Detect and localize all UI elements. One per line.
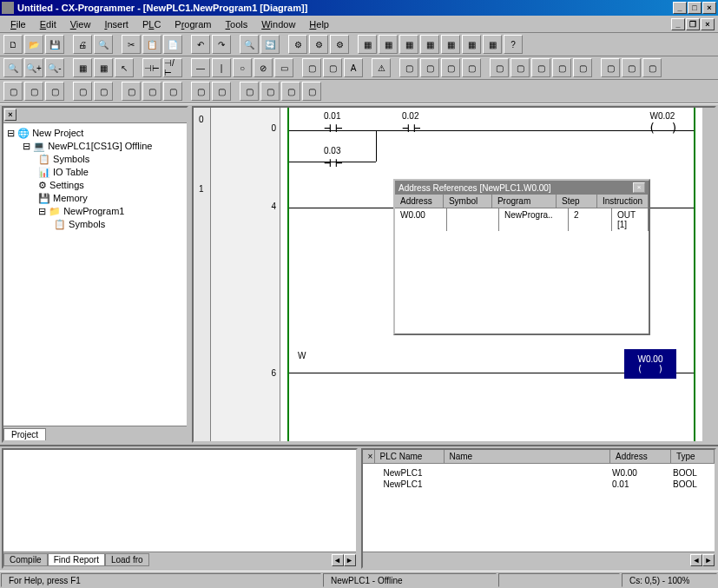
menu-plc[interactable]: PLC xyxy=(135,17,168,31)
tool-icon[interactable]: ▢ xyxy=(260,82,280,101)
popup-body[interactable]: W0.00 NewProgra.. 2 OUT [1] xyxy=(395,208,649,334)
menu-file[interactable]: File xyxy=(3,17,33,31)
tool-icon[interactable]: ▢ xyxy=(212,82,231,101)
tool-icon[interactable]: ▢ xyxy=(323,58,342,77)
tool-icon[interactable]: ▢ xyxy=(73,82,92,101)
tool-icon[interactable]: ▦ xyxy=(483,35,502,54)
mdi-close-button[interactable]: × xyxy=(701,18,715,30)
tab-project[interactable]: Project xyxy=(3,428,46,440)
cursor-icon[interactable]: ↖ xyxy=(115,58,134,77)
contact-nc-icon[interactable]: ⊣/⊢ xyxy=(163,58,182,77)
tool-icon[interactable]: ▢ xyxy=(462,58,481,77)
tool-icon[interactable]: ▢ xyxy=(399,58,418,77)
tool-icon[interactable]: ▦ xyxy=(379,35,398,54)
open-icon[interactable]: 📂 xyxy=(24,35,43,54)
col-program[interactable]: Program xyxy=(492,195,557,208)
vscrollbar[interactable] xyxy=(702,108,715,441)
scroll-right-icon[interactable]: ► xyxy=(344,554,356,566)
tool-icon[interactable]: ▦ xyxy=(462,35,481,54)
tool-icon[interactable]: ⚙ xyxy=(288,35,307,54)
tab-find-report[interactable]: Find Report xyxy=(48,553,105,566)
menu-window[interactable]: Window xyxy=(254,17,302,31)
tree-root[interactable]: ⊟ 🌐 New Project xyxy=(7,127,183,140)
scroll-right-icon[interactable]: ► xyxy=(702,554,715,566)
tool-icon[interactable]: ⚙ xyxy=(309,35,328,54)
tree-symbols[interactable]: 📋 Symbols xyxy=(38,153,183,166)
menu-tools[interactable]: Tools xyxy=(219,17,255,31)
scroll-left-icon[interactable]: ◄ xyxy=(332,554,344,566)
undo-icon[interactable]: ↶ xyxy=(191,35,210,54)
maximize-button[interactable]: □ xyxy=(688,2,702,14)
tab-load[interactable]: Load fro xyxy=(105,553,149,566)
contact[interactable]: 0.01 ⊣ ⊢ xyxy=(324,111,340,135)
copy-icon[interactable]: 📋 xyxy=(142,35,161,54)
redo-icon[interactable]: ↷ xyxy=(212,35,231,54)
tree-plc[interactable]: ⊟ 💻 NewPLC1[CS1G] Offline xyxy=(23,140,183,153)
cut-icon[interactable]: ✂ xyxy=(122,35,141,54)
watch-body[interactable]: NewPLC1 W0.00 BOOL NewPLC1 0.01 BOOL xyxy=(363,464,715,552)
watch-close-icon[interactable]: × xyxy=(363,450,375,463)
save-icon[interactable]: 💾 xyxy=(45,35,64,54)
tab-compile[interactable]: Compile xyxy=(3,553,48,566)
print-icon[interactable]: 🖨 xyxy=(73,35,92,54)
coil-neg-icon[interactable]: ⊘ xyxy=(254,58,273,77)
tree-prog-symbols[interactable]: 📋 Symbols xyxy=(54,218,183,231)
tool-icon[interactable]: ▢ xyxy=(511,58,530,77)
grid-icon[interactable]: ▦ xyxy=(94,58,113,77)
menu-help[interactable]: Help xyxy=(302,17,336,31)
zoomin-icon[interactable]: 🔍+ xyxy=(24,58,43,77)
preview-icon[interactable]: 🔍 xyxy=(94,35,113,54)
tool-icon[interactable]: ▦ xyxy=(358,35,377,54)
tool-icon[interactable]: ▢ xyxy=(24,82,43,101)
tool-icon[interactable]: ▦ xyxy=(420,35,439,54)
contact-no-icon[interactable]: ⊣⊢ xyxy=(142,58,161,77)
tool-icon[interactable]: ▢ xyxy=(642,58,662,77)
ladder-body[interactable]: 0.01 ⊣ ⊢ 0.02 ⊣ ⊢ W0.02 ( ) 0.03 ⊣ ⊢ xyxy=(280,108,702,441)
tool-icon[interactable]: ▢ xyxy=(441,58,460,77)
tool-icon[interactable]: ▢ xyxy=(302,58,321,77)
hline-icon[interactable]: — xyxy=(191,58,210,77)
tool-icon[interactable]: ▢ xyxy=(191,82,210,101)
selected-coil[interactable]: W0.00 ( ) xyxy=(624,349,676,379)
tool-icon[interactable]: ▢ xyxy=(45,82,64,101)
tool-icon[interactable]: ▦ xyxy=(399,35,418,54)
text-icon[interactable]: A xyxy=(344,58,363,77)
scroll-left-icon[interactable]: ◄ xyxy=(690,554,702,566)
tree-memory[interactable]: 💾 Memory xyxy=(38,192,183,205)
tool-icon[interactable]: ▢ xyxy=(122,82,141,101)
tool-icon[interactable]: ▢ xyxy=(142,82,161,101)
col-plcname[interactable]: PLC Name xyxy=(375,450,445,463)
tree-settings[interactable]: ⚙ Settings xyxy=(38,179,183,192)
tool-icon[interactable]: ▢ xyxy=(573,58,592,77)
coil-icon[interactable]: ○ xyxy=(233,58,252,77)
help-icon[interactable]: ? xyxy=(504,35,523,54)
mdi-restore-button[interactable]: ❐ xyxy=(686,18,700,30)
tool-icon[interactable]: ▢ xyxy=(490,58,509,77)
tool-icon[interactable]: ▢ xyxy=(281,82,300,101)
tool-icon[interactable]: ▢ xyxy=(3,82,23,101)
paste-icon[interactable]: 📄 xyxy=(163,35,182,54)
output-body[interactable] xyxy=(3,450,356,552)
find-icon[interactable]: 🔍 xyxy=(240,35,259,54)
menu-view[interactable]: View xyxy=(63,17,98,31)
zoom-icon[interactable]: 🔍 xyxy=(3,58,23,77)
instruction-icon[interactable]: ▭ xyxy=(274,58,293,77)
grid-icon[interactable]: ▦ xyxy=(73,58,92,77)
zoomout-icon[interactable]: 🔍- xyxy=(45,58,64,77)
watch-row[interactable]: NewPLC1 W0.00 BOOL xyxy=(366,467,712,479)
tool-icon[interactable]: ▢ xyxy=(552,58,571,77)
tool-icon[interactable]: ⚠ xyxy=(372,58,391,77)
tool-icon[interactable]: ▢ xyxy=(420,58,439,77)
col-address[interactable]: Address xyxy=(395,195,444,208)
col-instruction[interactable]: Instruction xyxy=(597,195,649,208)
col-address[interactable]: Address xyxy=(610,450,671,463)
new-icon[interactable]: 🗋 xyxy=(3,35,23,54)
popup-row[interactable]: W0.00 NewProgra.. 2 OUT [1] xyxy=(395,208,649,231)
menu-edit[interactable]: Edit xyxy=(33,17,63,31)
mdi-minimize-button[interactable]: _ xyxy=(671,18,685,30)
tool-icon[interactable]: ▢ xyxy=(240,82,259,101)
popup-close-icon[interactable]: × xyxy=(633,182,645,193)
popup-titlebar[interactable]: Address References [NewPLC1.W0.00] × xyxy=(395,181,649,195)
tool-icon[interactable]: ▢ xyxy=(302,82,321,101)
replace-icon[interactable]: 🔄 xyxy=(260,35,280,54)
